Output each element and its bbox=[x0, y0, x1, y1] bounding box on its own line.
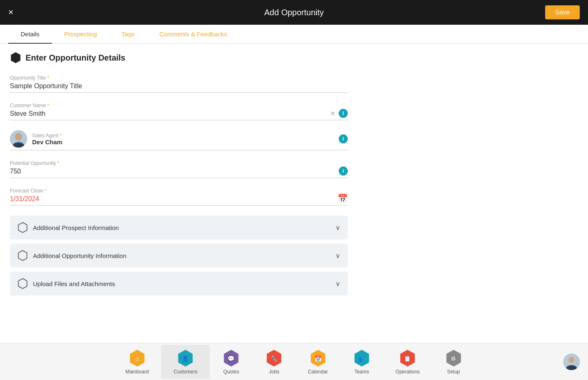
section-header-icon bbox=[10, 52, 21, 63]
nav-item-mainboard[interactable]: ⌂ Mainboard bbox=[113, 345, 161, 379]
user-avatar[interactable] bbox=[563, 354, 580, 370]
nav-items: ⌂ Mainboard 👤 Customers 💬 Quotes 🔧 bbox=[113, 345, 475, 379]
app-header: × Add Opportunity Save bbox=[0, 0, 588, 25]
svg-point-5 bbox=[16, 134, 21, 140]
sales-agent-label: Sales Agent * bbox=[32, 133, 334, 138]
mainboard-icon: ⌂ bbox=[128, 349, 146, 367]
sales-agent-field: Sales Agent * Dev Cham i bbox=[10, 130, 348, 150]
teams-label: Teams bbox=[354, 369, 369, 375]
customers-icon: 👤 bbox=[176, 349, 194, 367]
customer-name-icons: ✕ i bbox=[330, 109, 348, 118]
setup-icon: ⚙ bbox=[445, 349, 463, 367]
tab-comments[interactable]: Comments & Feedbacks bbox=[147, 25, 239, 43]
section-header: Enter Opportunity Details bbox=[10, 52, 578, 63]
opportunity-title-field: Opportunity Title * Sample Opportunity T… bbox=[10, 75, 348, 93]
operations-icon: 📋 bbox=[398, 349, 417, 367]
mainboard-label: Mainboard bbox=[125, 369, 149, 375]
customer-info-icon[interactable]: i bbox=[339, 109, 348, 118]
customer-name-value[interactable]: Steve Smith bbox=[10, 110, 348, 120]
upload-section-icon bbox=[17, 278, 28, 289]
nav-item-teams[interactable]: 👥 Teams bbox=[340, 345, 383, 379]
teams-icon: 👥 bbox=[353, 349, 371, 367]
potential-info-icon[interactable]: i bbox=[339, 167, 348, 176]
upload-chevron-icon: ∨ bbox=[335, 280, 340, 288]
operations-label: Operations bbox=[396, 369, 420, 375]
potential-opportunity-field: Potential Opportunity * 750 i bbox=[10, 160, 348, 178]
prospect-section-title: Additional Prospect Information bbox=[33, 224, 119, 231]
close-button[interactable]: × bbox=[8, 8, 14, 17]
additional-prospect-toggle[interactable]: Additional Prospect Information ∨ bbox=[10, 216, 348, 239]
nav-item-operations[interactable]: 📋 Operations bbox=[383, 345, 432, 379]
potential-opportunity-icons: i bbox=[339, 167, 348, 176]
svg-text:⌂: ⌂ bbox=[135, 355, 139, 362]
opportunity-chevron-icon: ∨ bbox=[335, 252, 340, 260]
upload-section-title: Upload Files and Attachments bbox=[33, 280, 115, 287]
prospect-chevron-icon: ∨ bbox=[335, 224, 340, 232]
additional-prospect-section: Additional Prospect Information ∨ bbox=[10, 216, 348, 239]
customer-name-field: Customer Name * Steve Smith ✕ i bbox=[10, 103, 348, 120]
nav-item-calendar[interactable]: 📅 Calendar bbox=[295, 345, 340, 379]
jobs-icon: 🔧 bbox=[265, 349, 283, 367]
agent-icons: i bbox=[339, 134, 348, 143]
collapsible-left-3: Upload Files and Attachments bbox=[17, 278, 115, 289]
svg-point-26 bbox=[569, 357, 574, 363]
svg-text:📋: 📋 bbox=[404, 355, 411, 362]
calendar-icon[interactable]: 📅 bbox=[337, 193, 348, 203]
collapsible-left-2: Additional Opportunity Information bbox=[17, 250, 127, 261]
nav-item-quotes[interactable]: 💬 Quotes bbox=[210, 345, 253, 379]
forecast-close-label: Forecast Close * bbox=[10, 188, 348, 194]
opportunity-title-label: Opportunity Title * bbox=[10, 75, 348, 81]
save-button[interactable]: Save bbox=[545, 5, 580, 19]
opportunity-section-title: Additional Opportunity Information bbox=[33, 252, 127, 259]
tab-details[interactable]: Details bbox=[8, 25, 52, 43]
upload-files-toggle[interactable]: Upload Files and Attachments ∨ bbox=[10, 272, 348, 296]
bottom-navigation: ⌂ Mainboard 👤 Customers 💬 Quotes 🔧 bbox=[0, 343, 588, 380]
prospect-section-icon bbox=[17, 222, 28, 233]
agent-info: Sales Agent * Dev Cham bbox=[32, 133, 334, 145]
quotes-label: Quotes bbox=[223, 369, 239, 375]
nav-item-jobs[interactable]: 🔧 Jobs bbox=[253, 345, 295, 379]
agent-avatar bbox=[10, 130, 27, 148]
nav-item-setup[interactable]: ⚙ Setup bbox=[432, 345, 475, 379]
jobs-label: Jobs bbox=[269, 369, 279, 375]
svg-text:⚙: ⚙ bbox=[451, 355, 456, 362]
upload-files-section: Upload Files and Attachments ∨ bbox=[10, 272, 348, 296]
svg-text:👤: 👤 bbox=[182, 355, 189, 362]
nav-item-customers[interactable]: 👤 Customers bbox=[161, 345, 210, 379]
quotes-icon: 💬 bbox=[222, 349, 240, 367]
tab-prospecting[interactable]: Prospecting bbox=[52, 25, 109, 43]
opportunity-title-value[interactable]: Sample Opportunity Title bbox=[10, 82, 348, 93]
svg-text:💬: 💬 bbox=[227, 355, 235, 362]
section-header-title: Enter Opportunity Details bbox=[26, 53, 125, 63]
agent-info-icon[interactable]: i bbox=[339, 134, 348, 143]
collapsible-left: Additional Prospect Information bbox=[17, 222, 119, 233]
forecast-close-icons: 📅 bbox=[337, 193, 348, 203]
calendar-label: Calendar bbox=[308, 369, 328, 375]
forecast-close-value[interactable]: 1/31/2024 bbox=[10, 195, 348, 206]
tab-bar: Details Prospecting Tags Comments & Feed… bbox=[0, 25, 588, 44]
svg-text:👥: 👥 bbox=[358, 356, 365, 362]
main-content: Enter Opportunity Details Opportunity Ti… bbox=[0, 44, 588, 343]
potential-opportunity-value[interactable]: 750 bbox=[10, 168, 348, 178]
customer-name-label: Customer Name * bbox=[10, 103, 348, 108]
svg-marker-7 bbox=[19, 251, 27, 260]
svg-marker-6 bbox=[19, 223, 27, 232]
clear-customer-icon[interactable]: ✕ bbox=[330, 110, 335, 117]
svg-marker-8 bbox=[19, 279, 27, 289]
tab-tags[interactable]: Tags bbox=[109, 25, 147, 43]
svg-text:🔧: 🔧 bbox=[270, 355, 278, 362]
agent-row: Sales Agent * Dev Cham i bbox=[10, 130, 348, 150]
sales-agent-name: Dev Cham bbox=[32, 138, 334, 145]
calendar-nav-icon: 📅 bbox=[309, 349, 327, 367]
potential-opportunity-label: Potential Opportunity * bbox=[10, 160, 348, 166]
additional-opportunity-toggle[interactable]: Additional Opportunity Information ∨ bbox=[10, 244, 348, 267]
forecast-close-field: Forecast Close * 1/31/2024 📅 bbox=[10, 188, 348, 206]
additional-opportunity-section: Additional Opportunity Information ∨ bbox=[10, 244, 348, 267]
opportunity-section-icon bbox=[17, 250, 28, 261]
svg-text:📅: 📅 bbox=[314, 355, 322, 362]
customers-label: Customers bbox=[173, 369, 197, 375]
page-title: Add Opportunity bbox=[264, 8, 324, 17]
svg-marker-0 bbox=[11, 52, 20, 63]
setup-label: Setup bbox=[447, 369, 460, 375]
